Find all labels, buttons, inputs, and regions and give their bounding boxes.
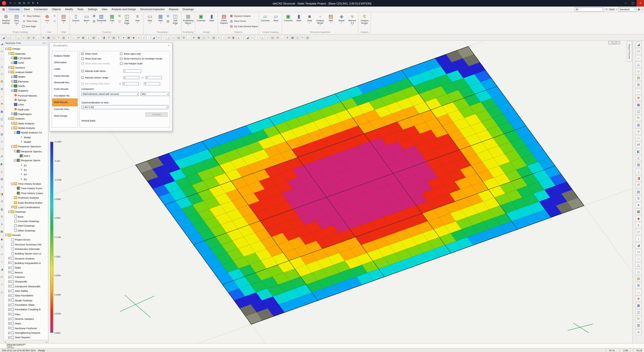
show-mesh-checkbox[interactable]: ✓ [81, 52, 84, 55]
tree-item-dash-pots[interactable]: Dash-pots [4, 107, 48, 112]
steel-button[interactable]: ▮Steel [206, 13, 217, 22]
palette-icon[interactable]: ▣ [638, 7, 640, 11]
tool-button[interactable]: ⊙ [53, 18, 56, 23]
scaffolding-macro-button[interactable]: ▩Scaffolding Macro▾ [182, 13, 194, 26]
tree-item-columns[interactable]: +Columns [4, 275, 48, 279]
tree-item-rsf1[interactable]: RSF1 [4, 154, 48, 158]
moment-3-3-button[interactable]: ≈Moment 3-3▾ [347, 13, 358, 26]
raft-button[interactable]: ▦Raft▾ [155, 13, 166, 24]
app-grid-icon[interactable]: ▦ [2, 7, 5, 11]
expand-icon[interactable]: + [11, 57, 14, 59]
tree-item-single-footings[interactable]: +Single Footings [4, 298, 48, 303]
tree-item-introduction-informatic[interactable]: Introduction Informatic [4, 247, 48, 251]
tree-item-elements[interactable]: +Elements [4, 79, 48, 84]
command-search-icon[interactable]: ▥ [305, 35, 310, 39]
wireframe-mode-icon[interactable]: ⊥ [636, 169, 642, 175]
show-all-objects-icon[interactable]: ⊥ [0, 185, 4, 188]
tree-item-nodes[interactable]: +Nodes [4, 74, 48, 79]
tree-item-ex[interactable]: λEx' [4, 172, 48, 177]
wall-button[interactable]: ▤Wall▾ [58, 13, 68, 24]
orbit-icon[interactable]: ↔ [636, 88, 642, 94]
analysis-model-button[interactable]: ▫Analysis Model▾ [315, 13, 325, 26]
tool-button[interactable]: ◫ [118, 18, 121, 23]
strip-button[interactable]: ▭Strip▾ [145, 13, 155, 24]
tree-item-structure-summary-info[interactable]: Structure Summary Info [4, 242, 48, 247]
manual-contour-checkbox[interactable] [81, 76, 84, 79]
snap-insertion-icon[interactable]: ⊕ [0, 102, 4, 106]
xray-mode-icon[interactable]: ⇅ [636, 195, 642, 201]
tree-item-sections[interactable]: +Sections [4, 65, 48, 70]
open-project-icon[interactable]: ⊞ [17, 1, 22, 6]
pan-icon[interactable]: ⊞ [636, 82, 642, 88]
tool-button[interactable]: ▥ [92, 18, 96, 23]
tree-item-strip-foundation[interactable]: +Strip Foundation [4, 293, 48, 298]
materials-panel-icon[interactable]: ⊕ [636, 296, 642, 302]
menu-item-connection[interactable]: Connection [32, 6, 50, 12]
story-copy-button[interactable]: ⊞Story Copy [22, 18, 40, 23]
expand-icon[interactable]: + [11, 61, 14, 64]
image-attach-icon[interactable]: ▩ [0, 230, 4, 233]
view-back-icon[interactable]: ↻ [636, 115, 642, 121]
menu-item-view[interactable]: View [100, 6, 109, 12]
contour-from-input[interactable]: 0 [123, 76, 140, 79]
dialog-tab-foundation-re[interactable]: Foundation Re... [52, 92, 78, 99]
steel-button[interactable]: ▮Steel [294, 13, 304, 22]
menu-item-tools[interactable]: Tools [75, 6, 86, 12]
tree-item-materials[interactable]: −Materials [4, 51, 48, 56]
pointer-select-icon[interactable]: ◢ [1, 35, 6, 39]
select-reports-button[interactable]: ▤Select Reports [219, 13, 229, 24]
lights-panel-icon[interactable]: ▦ [636, 302, 642, 309]
tool-button[interactable]: ▧ [166, 13, 170, 18]
drawing-compare-icon[interactable]: ± [0, 245, 4, 248]
modal-button[interactable]: ◈Modal▾ [336, 13, 347, 24]
report-preview-tab[interactable]: Report Preview [627, 41, 632, 61]
units-indicator[interactable]: tf / m [606, 349, 615, 352]
region-icon[interactable]: ▩ [126, 35, 131, 39]
align-icon[interactable]: ▧ [92, 35, 96, 39]
iso-northeast-icon[interactable]: ◧ [636, 148, 642, 155]
tree-item-c25-b420c[interactable]: +C25 B420C [4, 56, 48, 60]
trim-icon[interactable]: ◫ [51, 35, 56, 39]
view-bottom-icon[interactable]: ▦ [636, 102, 642, 108]
expand-icon[interactable]: + [8, 322, 10, 325]
visual-styles-icon[interactable]: ↔ [280, 35, 285, 39]
story-settings-button[interactable]: ⊛Story Settings [22, 13, 40, 18]
annotate-icon[interactable]: ↺ [106, 35, 111, 39]
zoom-in-icon[interactable]: ○ [636, 55, 642, 61]
chevron-down-icon[interactable]: ▾ [602, 8, 603, 10]
view-settings-icon[interactable]: ≡ [636, 329, 642, 336]
tree-item-pushover-analysis[interactable]: Pushover Analysis [4, 195, 48, 200]
camera-icon[interactable]: ▱ [636, 229, 642, 235]
wall-button[interactable]: ▤Wall▾ [326, 13, 336, 24]
measure-icon[interactable]: ⊥ [96, 35, 101, 39]
maximize-button[interactable]: ▢ [629, 0, 636, 6]
expand-icon[interactable]: + [8, 327, 10, 329]
object-snap-icon[interactable]: ▦ [196, 35, 201, 39]
expand-icon[interactable]: + [8, 290, 10, 292]
explode-icon[interactable]: ∠ [236, 35, 241, 39]
menu-item-modify[interactable]: Modify [63, 6, 75, 12]
expand-icon[interactable]: + [8, 285, 10, 288]
scale-indicator[interactable]: 1:50 [620, 349, 628, 352]
story-list-button[interactable]: ▤Story List▾ [12, 13, 22, 26]
snap-quadrant-icon[interactable]: ▤ [0, 79, 4, 83]
column-button[interactable]: ▯Column▾ [71, 13, 81, 24]
ucs-icon[interactable]: ↻ [206, 35, 211, 39]
palette-caret-icon[interactable]: ▾ [642, 8, 642, 10]
tree-item-shearwalls[interactable]: +Shearwalls [4, 279, 48, 284]
zoom-out-icon[interactable]: △ [636, 61, 642, 68]
clean-screen-icon[interactable]: ◫ [295, 35, 300, 39]
expand-icon[interactable]: + [8, 332, 10, 334]
pin-icon[interactable]: ⊡ [43, 42, 44, 44]
leader-icon[interactable]: ⇅ [116, 35, 121, 39]
walk-mode-icon[interactable]: ◆ [636, 215, 642, 222]
search-icon[interactable]: ⊙ [606, 7, 608, 11]
polygon-select-icon[interactable]: △ [16, 35, 21, 39]
zoom-out-icon[interactable]: ▭ [250, 35, 255, 39]
slab-edge-button[interactable]: ◫Slab Edge▾ [122, 13, 132, 26]
tree-item-time-history-cases[interactable]: Time History Cases [4, 191, 48, 195]
expand-icon[interactable]: + [11, 85, 14, 87]
tree-item-dynamic-analysis[interactable]: +Dynamic Analysis [4, 256, 48, 261]
expand-icon[interactable]: + [8, 294, 10, 297]
axes-toggle-icon[interactable]: ○ [636, 256, 642, 262]
